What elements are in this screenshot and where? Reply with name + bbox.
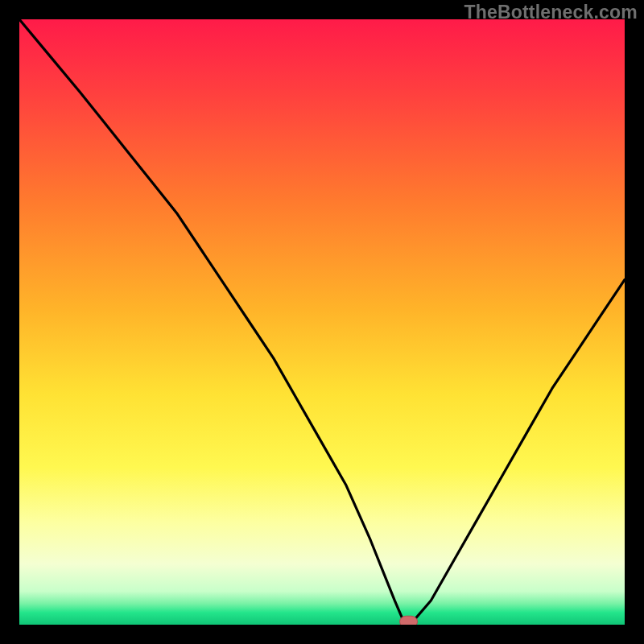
chart-container: TheBottleneck.com <box>0 0 644 644</box>
gradient-background <box>19 19 625 625</box>
chart-svg <box>19 19 625 625</box>
optimal-marker <box>400 616 418 625</box>
watermark-text: TheBottleneck.com <box>464 2 638 23</box>
plot-area <box>19 19 625 625</box>
